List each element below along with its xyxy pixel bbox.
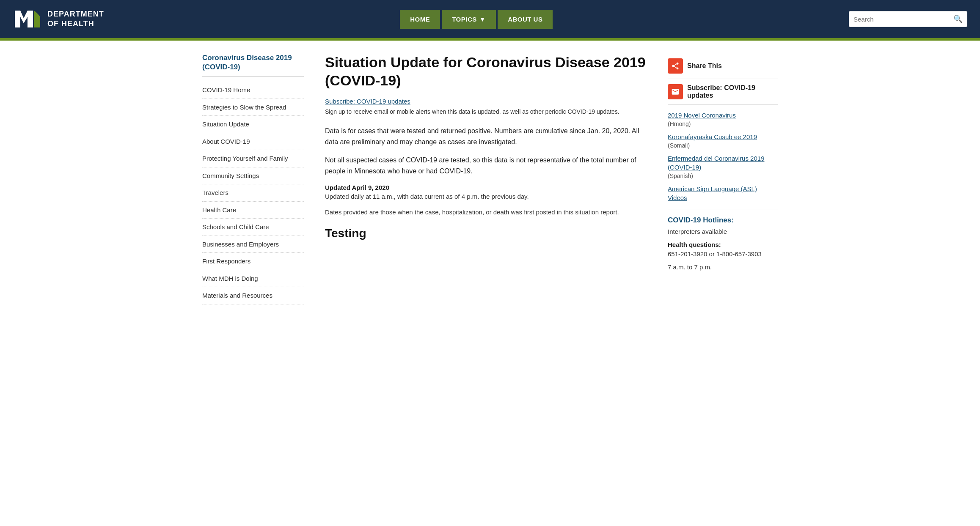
subscribe-action-label: Subscribe: COVID-19 updates bbox=[687, 84, 778, 99]
sidebar-item-health-care[interactable]: Health Care bbox=[202, 202, 304, 219]
search-area: 🔍 bbox=[849, 11, 967, 27]
share-label: Share This bbox=[687, 62, 722, 70]
nav-about-button[interactable]: ABOUT US bbox=[498, 10, 553, 29]
lang-hmong-link[interactable]: 2019 Novel Coronavirus bbox=[668, 111, 778, 120]
sidebar-item-protecting[interactable]: Protecting Yourself and Family bbox=[202, 150, 304, 167]
language-section: 2019 Novel Coronavirus (Hmong) Koronafay… bbox=[668, 111, 778, 209]
sidebar-item-situation[interactable]: Situation Update bbox=[202, 116, 304, 133]
subscribe-action-button[interactable]: Subscribe: COVID-19 updates bbox=[668, 79, 778, 105]
sidebar-item-covid-home[interactable]: COVID-19 Home bbox=[202, 82, 304, 99]
sidebar-item-travelers[interactable]: Travelers bbox=[202, 184, 304, 202]
search-button[interactable]: 🔍 bbox=[949, 14, 967, 24]
sidebar-title: Coronavirus Disease 2019 (COVID-19) bbox=[202, 53, 304, 77]
search-input[interactable] bbox=[849, 16, 949, 23]
nav-topics-button[interactable]: TOPICS ▼ bbox=[442, 10, 496, 29]
subscribe-link[interactable]: Subscribe: COVID-19 updates bbox=[325, 98, 647, 105]
hotline-section: COVID-19 Hotlines: Interpreters availabl… bbox=[668, 216, 778, 272]
right-sidebar: Share This Subscribe: COVID-19 updates 2… bbox=[668, 49, 778, 304]
testing-heading: Testing bbox=[325, 227, 647, 240]
hotline-hours: 7 a.m. to 7 p.m. bbox=[668, 263, 778, 272]
subscribe-description: Sign up to receive email or mobile alert… bbox=[325, 107, 647, 116]
hotline-health-heading: Health questions: bbox=[668, 241, 721, 248]
lang-spanish-link[interactable]: Enfermedad del Coronavirus 2019 (COVID-1… bbox=[668, 154, 778, 172]
lang-somali-link[interactable]: Koronafayraska Cusub ee 2019 bbox=[668, 132, 778, 141]
updated-desc: Updated daily at 11 a.m., with data curr… bbox=[325, 193, 647, 200]
sidebar: Coronavirus Disease 2019 (COVID-19) COVI… bbox=[202, 49, 304, 304]
page-title: Situation Update for Coronavirus Disease… bbox=[325, 53, 647, 89]
hotline-interpreters: Interpreters available bbox=[668, 227, 778, 237]
logo-area: DEPARTMENT OF HEALTH bbox=[13, 6, 104, 32]
subscribe-icon bbox=[668, 84, 683, 99]
chevron-down-icon: ▼ bbox=[479, 16, 486, 23]
dept-text: DEPARTMENT OF HEALTH bbox=[47, 9, 104, 29]
sidebar-item-responders[interactable]: First Responders bbox=[202, 253, 304, 270]
lang-asl-link[interactable]: American Sign Language (ASL) Videos bbox=[668, 184, 778, 202]
hotline-title: COVID-19 Hotlines: bbox=[668, 216, 778, 225]
lang-somali-label: (Somali) bbox=[668, 142, 778, 149]
sidebar-item-schools[interactable]: Schools and Child Care bbox=[202, 219, 304, 236]
sidebar-item-strategies[interactable]: Strategies to Slow the Spread bbox=[202, 99, 304, 116]
dates-note: Dates provided are those when the case, … bbox=[325, 208, 647, 217]
share-this-button[interactable]: Share This bbox=[668, 53, 778, 79]
hotline-number: 651-201-3920 or 1-800-657-3903 bbox=[668, 250, 762, 258]
sidebar-item-mdh[interactable]: What MDH is Doing bbox=[202, 270, 304, 288]
sidebar-item-materials[interactable]: Materials and Resources bbox=[202, 287, 304, 304]
logo-icon bbox=[13, 6, 42, 32]
main-content: Situation Update for Coronavirus Disease… bbox=[312, 49, 659, 304]
search-icon: 🔍 bbox=[953, 15, 963, 23]
share-icon bbox=[668, 58, 683, 74]
data-para-2: Not all suspected cases of COVID-19 are … bbox=[325, 155, 647, 176]
nav-home-button[interactable]: HOME bbox=[400, 10, 440, 29]
header: DEPARTMENT OF HEALTH HOME TOPICS ▼ ABOUT… bbox=[0, 0, 980, 38]
nav-area: HOME TOPICS ▼ ABOUT US bbox=[400, 10, 553, 29]
lang-hmong-label: (Hmong) bbox=[668, 121, 778, 127]
sidebar-item-businesses[interactable]: Businesses and Employers bbox=[202, 236, 304, 253]
main-container: Coronavirus Disease 2019 (COVID-19) COVI… bbox=[194, 41, 786, 313]
lang-spanish-label: (Spanish) bbox=[668, 173, 778, 179]
updated-date: Updated April 9, 2020 bbox=[325, 184, 647, 191]
hotline-health-label: Health questions: 651-201-3920 or 1-800-… bbox=[668, 240, 778, 259]
sidebar-item-community[interactable]: Community Settings bbox=[202, 167, 304, 185]
sidebar-item-about[interactable]: About COVID-19 bbox=[202, 133, 304, 151]
data-para-1: Data is for cases that were tested and r… bbox=[325, 126, 647, 147]
